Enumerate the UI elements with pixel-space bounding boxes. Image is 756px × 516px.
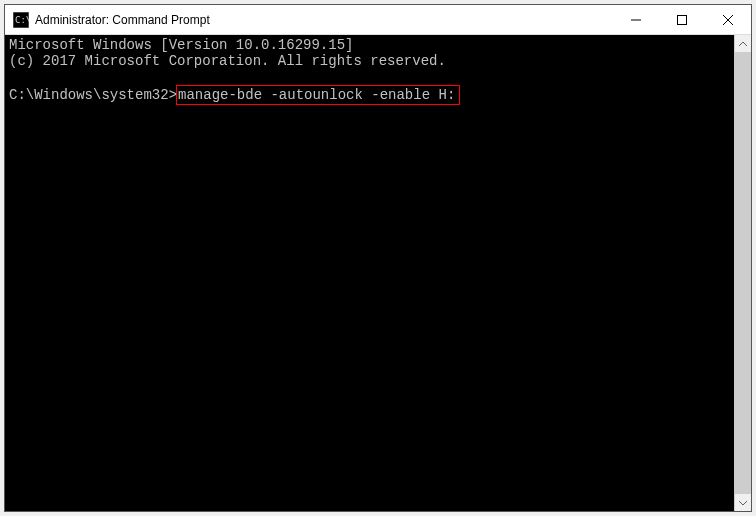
scroll-thumb[interactable]	[735, 52, 751, 494]
scroll-track[interactable]	[735, 52, 751, 494]
window-controls	[613, 5, 751, 34]
console-wrapper: Microsoft Windows [Version 10.0.16299.15…	[5, 35, 751, 511]
svg-text:C:\: C:\	[15, 15, 29, 25]
svg-rect-3	[678, 16, 687, 25]
console-line: (c) 2017 Microsoft Corporation. All righ…	[9, 53, 446, 69]
console-output[interactable]: Microsoft Windows [Version 10.0.16299.15…	[5, 35, 734, 511]
command-prompt-window: C:\ Administrator: Command Prompt Micros…	[4, 4, 752, 512]
cmd-icon: C:\	[13, 12, 29, 28]
close-button[interactable]	[705, 5, 751, 35]
command-text: manage-bde -autounlock -enable H:	[176, 85, 460, 105]
scroll-up-arrow-icon[interactable]	[735, 35, 751, 52]
window-title: Administrator: Command Prompt	[35, 13, 613, 27]
console-line: Microsoft Windows [Version 10.0.16299.15…	[9, 37, 353, 53]
vertical-scrollbar[interactable]	[734, 35, 751, 511]
titlebar[interactable]: C:\ Administrator: Command Prompt	[5, 5, 751, 35]
maximize-button[interactable]	[659, 5, 705, 35]
minimize-button[interactable]	[613, 5, 659, 35]
scroll-down-arrow-icon[interactable]	[735, 494, 751, 511]
prompt-path: C:\Windows\system32>	[9, 87, 177, 103]
